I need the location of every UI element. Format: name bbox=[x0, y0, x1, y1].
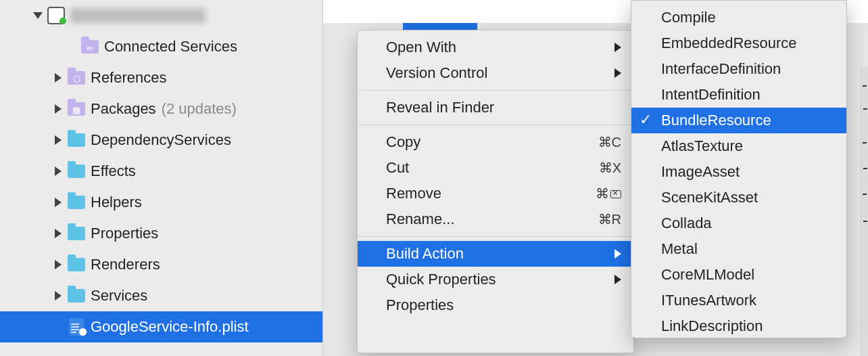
tree-item[interactable]: Effects bbox=[0, 156, 322, 187]
context-menu[interactable]: Open WithVersion ControlReveal in Finder… bbox=[357, 30, 634, 353]
disclosure-right-icon[interactable] bbox=[51, 227, 65, 240]
submenu-item[interactable]: SceneKitAsset bbox=[631, 185, 846, 210]
menu-item[interactable]: Build Action bbox=[358, 241, 633, 267]
submenu-item[interactable]: CoreMLModel bbox=[631, 262, 846, 288]
menu-item[interactable]: Rename...⌘R bbox=[358, 206, 633, 232]
folder-icon bbox=[68, 257, 85, 272]
menu-item-label: Reveal in Finder bbox=[386, 99, 494, 116]
submenu-item[interactable]: ImageAsset bbox=[631, 159, 846, 185]
tree-item[interactable]: Services bbox=[0, 280, 322, 311]
submenu-item-label: SceneKitAsset bbox=[661, 189, 758, 206]
tree-item-label: Connected Services bbox=[104, 38, 237, 55]
file-label: GoogleService-Info.plist bbox=[91, 318, 249, 336]
submenu-item[interactable]: ✓BundleResource bbox=[631, 108, 846, 133]
submenu-item-label: IntentDefinition bbox=[661, 86, 761, 104]
tree-item[interactable]: ∞Connected Services bbox=[0, 31, 322, 62]
disclosure-right-icon[interactable] bbox=[51, 258, 65, 271]
submenu-item[interactable]: Compile bbox=[631, 5, 846, 30]
chevron-right-icon bbox=[614, 68, 621, 78]
ruler bbox=[860, 66, 868, 356]
chevron-right-icon bbox=[614, 275, 621, 284]
submenu-item-label: InterfaceDefinition bbox=[661, 60, 781, 78]
menu-shortcut: ⌘R bbox=[598, 211, 621, 227]
tree-item[interactable]: ▦Packages(2 updates) bbox=[0, 93, 322, 125]
menu-item-label: Open With bbox=[386, 39, 456, 56]
folder-icon bbox=[68, 226, 85, 241]
special-folder-icon: ▦ bbox=[68, 102, 85, 116]
folder-icon bbox=[68, 288, 85, 303]
menu-item-label: Rename... bbox=[386, 210, 455, 228]
menu-item[interactable]: Reveal in Finder bbox=[358, 95, 633, 120]
solution-explorer[interactable]: ∞Connected Services⬡References▦Packages(… bbox=[0, 0, 323, 356]
menu-item[interactable]: Open With bbox=[358, 35, 633, 60]
submenu-item[interactable]: Metal bbox=[631, 236, 846, 262]
folder-icon bbox=[68, 164, 85, 179]
menu-shortcut: ⌘X bbox=[599, 160, 621, 176]
menu-item-label: Build Action bbox=[386, 245, 464, 263]
menu-item[interactable]: Copy⌘C bbox=[358, 129, 633, 155]
project-icon bbox=[47, 8, 65, 23]
tree-item-label: Renderers bbox=[91, 256, 160, 273]
tree-item[interactable]: Properties bbox=[0, 218, 322, 249]
submenu-item-label: ITunesArtwork bbox=[661, 292, 756, 309]
submenu-item-label: LinkDescription bbox=[661, 317, 763, 335]
submenu-item[interactable]: AtlasTexture bbox=[631, 133, 846, 159]
tree-item[interactable]: Helpers bbox=[0, 187, 322, 218]
menu-item-label: Version Control bbox=[386, 64, 487, 82]
tree-item-label: Services bbox=[91, 287, 147, 305]
menu-shortcut: ⌘C bbox=[598, 134, 621, 150]
disclosure-right-icon[interactable] bbox=[51, 71, 65, 85]
chevron-right-icon bbox=[614, 43, 621, 52]
submenu-item-label: Metal bbox=[661, 240, 698, 258]
submenu-item-label: ImageAsset bbox=[661, 163, 740, 181]
tree-item[interactable]: DependencyServices bbox=[0, 125, 322, 156]
menu-shortcut: ⌘ bbox=[596, 185, 621, 202]
disclosure-right-icon[interactable] bbox=[51, 164, 65, 178]
submenu-item-label: AtlasTexture bbox=[661, 137, 743, 155]
tree-item[interactable]: ⬡References bbox=[0, 62, 322, 93]
chevron-right-icon bbox=[614, 249, 621, 259]
menu-item-label: Quick Properties bbox=[386, 271, 496, 288]
menu-item[interactable]: Version Control bbox=[358, 60, 633, 86]
submenu-item-label: Compile bbox=[661, 9, 716, 26]
submenu-item[interactable]: ITunesArtwork bbox=[631, 288, 846, 313]
special-folder-icon: ∞ bbox=[81, 39, 99, 54]
tree-item-label: Effects bbox=[91, 162, 136, 180]
menu-item[interactable]: Quick Properties bbox=[358, 267, 633, 292]
tree-item-label: Packages bbox=[91, 100, 156, 118]
submenu-item-label: EmbeddedResource bbox=[661, 35, 797, 52]
file-row-selected[interactable]: GoogleService-Info.plist bbox=[0, 311, 322, 342]
disclosure-right-icon[interactable] bbox=[51, 102, 65, 116]
menu-item[interactable]: Remove⌘ bbox=[358, 181, 633, 206]
submenu-item-label: CoreMLModel bbox=[661, 266, 754, 284]
menu-item[interactable]: Properties bbox=[358, 292, 633, 318]
build-action-submenu[interactable]: CompileEmbeddedResourceInterfaceDefiniti… bbox=[631, 0, 847, 338]
tree-item-suffix: (2 updates) bbox=[162, 100, 237, 118]
project-row[interactable] bbox=[0, 0, 322, 31]
disclosure-right-icon[interactable] bbox=[51, 133, 65, 147]
special-folder-icon: ⬡ bbox=[68, 70, 85, 85]
submenu-item[interactable]: LinkDescription bbox=[631, 313, 846, 339]
disclosure-right-icon[interactable] bbox=[51, 289, 65, 303]
menu-separator bbox=[358, 90, 633, 91]
submenu-item[interactable]: IntentDefinition bbox=[631, 82, 846, 108]
submenu-item[interactable]: EmbeddedResource bbox=[631, 30, 846, 56]
submenu-item[interactable]: Collada bbox=[631, 210, 846, 236]
disclosure-down-icon[interactable] bbox=[31, 9, 45, 22]
menu-item-label: Properties bbox=[386, 296, 454, 314]
tree-item-label: Properties bbox=[91, 225, 158, 242]
tree-item[interactable]: Renderers bbox=[0, 249, 322, 280]
menu-item-label: Copy bbox=[386, 133, 420, 151]
tree-item-label: DependencyServices bbox=[91, 131, 231, 149]
menu-item[interactable]: Cut⌘X bbox=[358, 155, 633, 181]
menu-item-label: Remove bbox=[386, 185, 441, 202]
folder-icon bbox=[68, 195, 85, 210]
plist-file-icon bbox=[68, 319, 85, 334]
menu-item-label: Cut bbox=[386, 159, 409, 177]
project-name-blurred bbox=[70, 8, 206, 23]
tree-item-label: Helpers bbox=[91, 194, 142, 211]
disclosure-none[interactable] bbox=[65, 40, 78, 53]
submenu-item[interactable]: InterfaceDefinition bbox=[631, 56, 846, 82]
disclosure-right-icon[interactable] bbox=[51, 196, 65, 209]
check-icon: ✓ bbox=[640, 111, 652, 129]
